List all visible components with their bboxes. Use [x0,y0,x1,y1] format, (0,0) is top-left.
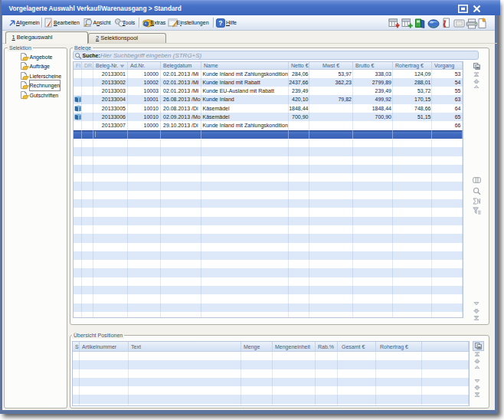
svg-text:?: ? [218,19,222,27]
